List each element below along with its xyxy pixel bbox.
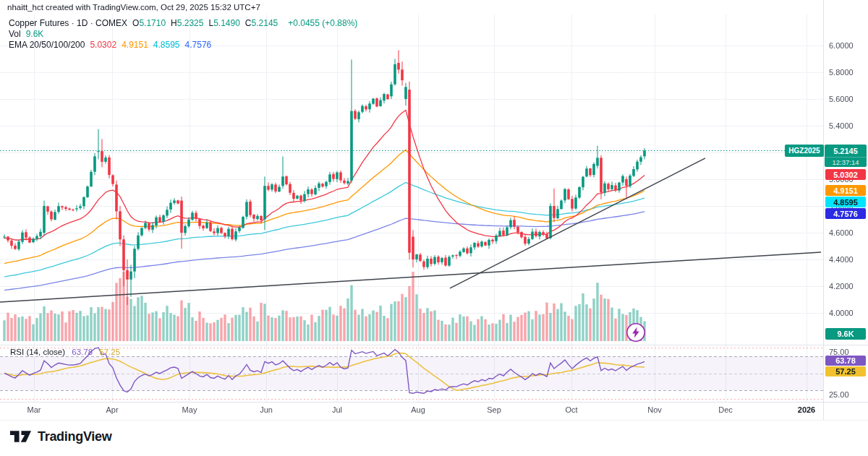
chart-legend: Copper Futures · 1D · COMEX O5.1710H5.23…: [9, 18, 357, 51]
tradingview-logo-text: TradingView: [38, 429, 111, 444]
lightning-bolt-icon: [626, 322, 646, 343]
ohlc-item: C5.2145: [245, 18, 278, 28]
ema-label[interactable]: EMA 20/50/100/200: [9, 40, 85, 50]
ohlc-item: O5.1710: [132, 18, 166, 28]
ema-price-chip: 4.7576: [825, 208, 866, 219]
ema-price-chip: 4.9151: [825, 185, 866, 196]
price-chart-canvas[interactable]: [0, 0, 868, 422]
attribution-line: nhaitt_hct created with TradingView.com,…: [7, 3, 260, 12]
time-axis-month: Oct: [565, 405, 577, 414]
ohlc-item: H5.2325: [171, 18, 203, 28]
tradingview-logo-icon: [9, 428, 32, 445]
time-axis-month: May: [182, 405, 197, 414]
time-axis-month: Apr: [106, 405, 118, 414]
rsi-value: 63.78: [72, 348, 93, 356]
ema-value: 4.9151: [122, 40, 148, 50]
time-axis-month: 2026: [798, 405, 815, 414]
price-axis-tick: 4.0000: [829, 309, 854, 317]
rsi-value-chip: 57.25: [825, 366, 866, 377]
tradingview-logo[interactable]: TradingView: [9, 428, 111, 445]
rsi-ma-value: 57.25: [99, 348, 120, 356]
volume-label: Vol: [9, 29, 21, 39]
ema-value: 4.7576: [185, 40, 212, 50]
tradingview-chart-page: nhaitt_hct created with TradingView.com,…: [0, 0, 868, 456]
rsi-axis-tick: 25.00: [829, 390, 849, 399]
flash-idea-button[interactable]: [626, 322, 646, 343]
time-axis-month: Sep: [487, 405, 501, 414]
contract-symbol-chip: HGZ2025: [785, 145, 824, 157]
bar-countdown: 12:37:14: [825, 157, 867, 167]
volume-value: 9.6K: [26, 29, 44, 39]
rsi-legend: RSI (14, close) 63.78 57.25: [10, 348, 120, 356]
ohlc-item: L5.1490: [208, 18, 239, 28]
change-value: +0.0455 (+0.88%): [288, 18, 357, 28]
rsi-value-chip: 63.78: [825, 356, 866, 366]
ema-price-chip: 5.0302: [825, 169, 866, 180]
symbol-title[interactable]: Copper Futures · 1D · COMEX: [9, 18, 127, 28]
price-axis-tick: 6.0000: [829, 41, 854, 50]
price-axis-tick: 5.4000: [829, 121, 854, 130]
last-price-chip: 5.2145 12:37:14: [825, 145, 867, 167]
time-axis-month: Mar: [27, 405, 41, 414]
rsi-params: (14, close): [26, 348, 65, 356]
price-axis-tick: 5.6000: [829, 95, 854, 103]
ohlc-values: O5.1710H5.2325L5.1490C5.2145: [132, 18, 283, 28]
ema-price-chip: 4.8595: [825, 197, 866, 207]
time-axis-month: Jul: [332, 405, 342, 414]
time-axis-month: Dec: [718, 405, 733, 414]
volume-chip: 9.6K: [825, 328, 866, 340]
time-axis-month: Aug: [411, 405, 425, 414]
time-axis-month: Jun: [260, 405, 273, 414]
time-axis-month: Nov: [647, 405, 662, 414]
ema-value: 5.0302: [90, 40, 116, 50]
rsi-name[interactable]: RSI: [10, 348, 24, 356]
price-axis-tick: 4.4000: [829, 255, 854, 264]
price-axis-tick: 4.2000: [829, 282, 854, 291]
ema-values: 5.03024.91514.85954.7576: [90, 40, 216, 50]
ema-value: 4.8595: [153, 40, 180, 50]
price-axis-tick: 5.8000: [829, 68, 854, 77]
last-price-value: 5.2145: [825, 145, 867, 157]
price-axis-tick: 4.6000: [829, 228, 854, 237]
